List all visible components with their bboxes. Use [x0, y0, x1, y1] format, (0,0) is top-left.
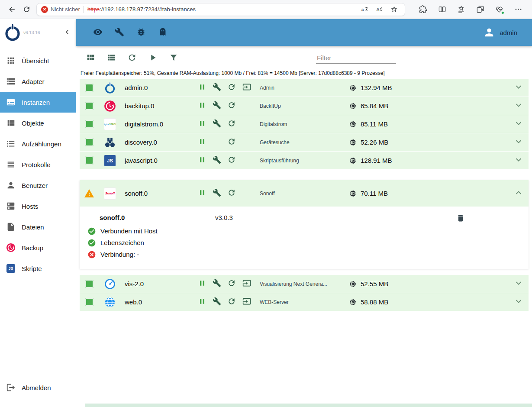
- view-grid-button[interactable]: [85, 52, 96, 64]
- filter-input[interactable]: [316, 52, 396, 64]
- open-ui-button[interactable]: [240, 296, 253, 309]
- sidebar-item-aufzaehlungen[interactable]: Aufzählungen: [0, 133, 76, 154]
- collections-button[interactable]: [472, 2, 488, 17]
- restart-button[interactable]: [225, 136, 238, 149]
- expand-button[interactable]: [511, 153, 526, 168]
- detail-version: v3.0.3: [215, 214, 233, 221]
- open-ui-button[interactable]: [240, 81, 253, 94]
- expand-button[interactable]: [511, 81, 526, 95]
- pause-icon: [198, 101, 206, 110]
- user-box[interactable]: admin: [483, 26, 517, 39]
- collapse-button[interactable]: [511, 186, 526, 201]
- pause-button[interactable]: [196, 296, 209, 309]
- settings-button[interactable]: [114, 27, 125, 38]
- running-indicator[interactable]: [85, 102, 94, 110]
- sidebar-item-protokolle[interactable]: Protokolle: [0, 154, 76, 175]
- check-label: Lebenszeichen: [100, 239, 144, 246]
- running-indicator[interactable]: [85, 156, 94, 165]
- sidebar: v6.13.16 Übersicht Adapter Instanzen Obj…: [0, 19, 76, 407]
- running-indicator[interactable]: [85, 84, 94, 92]
- expand-button[interactable]: [511, 99, 526, 113]
- split-screen-button[interactable]: [434, 2, 450, 17]
- sidebar-item-backup[interactable]: Backup: [0, 237, 76, 258]
- logout-button[interactable]: Abmelden: [0, 377, 76, 398]
- memory-chip-icon: [349, 120, 357, 128]
- config-button[interactable]: [210, 154, 223, 167]
- url-text[interactable]: https://192.168.178.97:7234/#tab-instanc…: [87, 6, 196, 13]
- settings-more-button[interactable]: [510, 2, 526, 17]
- reload-button[interactable]: [19, 2, 34, 17]
- bottom-scroll-strip[interactable]: [85, 404, 532, 407]
- pause-button[interactable]: [196, 187, 209, 200]
- sidebar-item-adapter[interactable]: Adapter: [0, 71, 76, 92]
- restart-button[interactable]: [225, 118, 238, 131]
- user-avatar-icon: [483, 26, 495, 39]
- expand-button[interactable]: [511, 295, 526, 310]
- running-indicator[interactable]: [85, 280, 94, 288]
- sidebar-nav: Übersicht Adapter Instanzen Objekte Aufz…: [0, 46, 76, 377]
- divider: [84, 6, 84, 13]
- favorite-star-button[interactable]: [387, 4, 400, 15]
- translate-button[interactable]: [358, 4, 371, 15]
- pause-button[interactable]: [196, 118, 209, 131]
- instance-row-digitalstrom: digitalSTROM digitalstrom.0 Digitalstrom…: [80, 115, 529, 133]
- favorites-button[interactable]: [453, 2, 469, 17]
- browser-essentials-button[interactable]: [491, 2, 507, 17]
- pause-button[interactable]: [196, 100, 209, 113]
- restart-button[interactable]: [225, 100, 238, 113]
- pause-button[interactable]: [196, 81, 209, 94]
- visibility-button[interactable]: [93, 27, 103, 38]
- restart-button[interactable]: [225, 81, 238, 94]
- restart-button[interactable]: [225, 154, 238, 167]
- pause-button[interactable]: [196, 136, 209, 149]
- config-button[interactable]: [210, 278, 223, 291]
- instance-name: web.0: [121, 298, 195, 306]
- address-bar[interactable]: ✕ Nicht sicher https://192.168.178.97:72…: [36, 3, 405, 16]
- restart-button[interactable]: [225, 278, 238, 291]
- config-button[interactable]: [210, 187, 223, 200]
- open-ui-button[interactable]: [240, 278, 253, 291]
- expand-button[interactable]: [511, 117, 526, 132]
- restart-button[interactable]: [225, 296, 238, 309]
- restart-icon: [227, 137, 236, 146]
- security-label[interactable]: Nicht sicher: [51, 6, 80, 13]
- pause-button[interactable]: [196, 154, 209, 167]
- sidebar-item-objekte[interactable]: Objekte: [0, 113, 76, 133]
- sidebar-item-hosts[interactable]: Hosts: [0, 196, 76, 216]
- config-button[interactable]: [210, 100, 223, 113]
- wrench-icon: [213, 119, 221, 128]
- wrench-icon: [213, 155, 221, 164]
- start-all-button[interactable]: [147, 52, 158, 64]
- memory-usage: 52.26 MB: [344, 139, 415, 146]
- sidebar-item-uebersicht[interactable]: Übersicht: [0, 50, 76, 71]
- sidebar-item-benutzer[interactable]: Benutzer: [0, 175, 76, 196]
- sidebar-collapse-button[interactable]: [63, 28, 71, 38]
- extensions-button[interactable]: [415, 2, 431, 17]
- sonoff-adapter-icon: Sonoff: [104, 187, 116, 200]
- sidebar-item-instanzen[interactable]: Instanzen: [0, 92, 76, 113]
- check-circle-icon: [87, 239, 96, 247]
- view-list-button[interactable]: [106, 52, 117, 64]
- filter-button[interactable]: [168, 52, 179, 64]
- config-button[interactable]: [210, 118, 223, 131]
- expert-mode-button[interactable]: [158, 27, 168, 38]
- pause-button[interactable]: [196, 278, 209, 291]
- back-button[interactable]: [4, 2, 19, 17]
- running-indicator[interactable]: [85, 138, 94, 146]
- running-indicator[interactable]: [85, 298, 94, 306]
- restart-button[interactable]: [225, 187, 238, 200]
- expand-button[interactable]: [511, 277, 526, 291]
- sidebar-item-dateien[interactable]: Dateien: [0, 216, 76, 237]
- delete-instance-button[interactable]: [454, 212, 467, 225]
- restart-icon: [227, 297, 236, 306]
- read-aloud-button[interactable]: [373, 4, 386, 15]
- refresh-button[interactable]: [126, 52, 138, 64]
- running-indicator[interactable]: [85, 120, 94, 128]
- play-icon: [148, 53, 158, 62]
- logout-icon: [6, 383, 16, 392]
- sidebar-item-skripte[interactable]: JSSkripte: [0, 258, 76, 279]
- bug-report-button[interactable]: [136, 27, 146, 38]
- config-button[interactable]: [210, 81, 223, 94]
- expand-button[interactable]: [511, 135, 526, 150]
- config-button[interactable]: [210, 296, 223, 309]
